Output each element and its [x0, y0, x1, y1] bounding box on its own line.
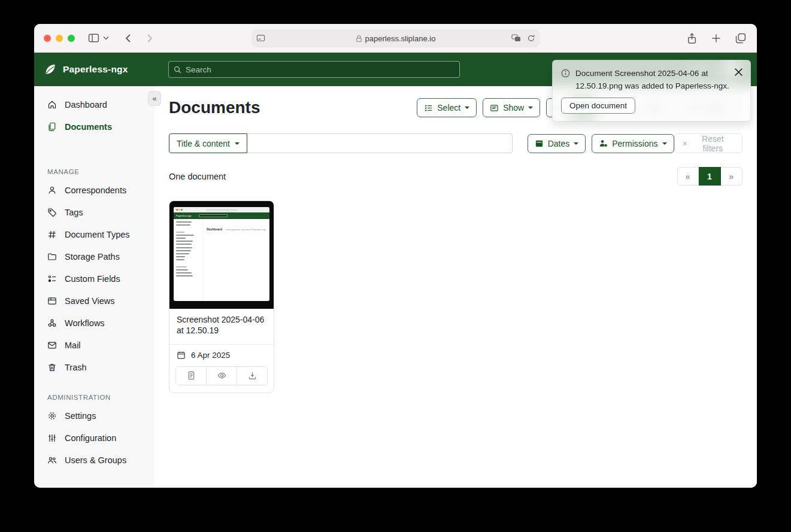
sidebar-item-mail[interactable]: Mail	[34, 334, 154, 356]
sidebar-item-label: Tags	[65, 208, 83, 217]
sidebar-item-settings[interactable]: Settings	[34, 405, 154, 427]
reader-view-icon[interactable]	[256, 34, 265, 42]
sidebar-item-label: Document Types	[65, 230, 130, 239]
mini-app-header: Paperless-ngx	[174, 212, 269, 219]
sidebar-item-correspondents[interactable]: Correspondents	[34, 179, 154, 201]
mini-dashboard-title: Dashboard	[207, 227, 222, 231]
close-window-button[interactable]	[44, 35, 51, 42]
select-label: Select	[437, 103, 460, 113]
trash-icon	[47, 363, 57, 372]
select-icon	[424, 104, 433, 113]
filter-type-dropdown-button[interactable]: Title & content	[169, 133, 247, 153]
app-brand[interactable]: Paperless-ngx	[44, 63, 128, 76]
toast-message: Document Screenshot 2025-04-06 at 12.50.…	[575, 67, 732, 92]
share-icon[interactable]	[687, 33, 697, 44]
back-button[interactable]	[125, 34, 131, 43]
page-title: Documents	[169, 98, 260, 117]
paperless-logo-icon	[44, 63, 57, 76]
sidebar-collapse-button[interactable]: «	[148, 91, 161, 106]
show-caret-icon	[528, 107, 533, 109]
sidebar-item-trash[interactable]: Trash	[34, 356, 154, 378]
gear-icon	[47, 411, 57, 421]
mini-dashboard: Dashboard hello paperless, welcome to Pa…	[202, 219, 269, 301]
sidebar-item-configuration[interactable]: Configuration	[34, 427, 154, 449]
saved-views-icon	[47, 296, 57, 306]
zoom-window-button[interactable]	[68, 35, 75, 42]
folder-icon	[47, 252, 57, 262]
sidebar-item-label: Mail	[65, 341, 81, 350]
sidebar-item-tags[interactable]: Tags	[34, 201, 154, 223]
select-dropdown-button[interactable]: Select	[417, 98, 477, 117]
sidebar-item-saved-views[interactable]: Saved Views	[34, 290, 154, 312]
forward-button[interactable]	[147, 34, 153, 43]
sidebar-toggle-icon[interactable]	[88, 33, 99, 43]
lock-icon	[356, 35, 362, 42]
dates-label: Dates	[548, 139, 570, 148]
mail-icon	[47, 341, 57, 350]
preview-document-button[interactable]	[206, 367, 237, 385]
document-thumbnail[interactable]: Paperless-ngx	[169, 201, 274, 309]
app-name: Paperless-ngx	[63, 64, 128, 75]
mini-sidebar	[174, 219, 202, 301]
global-search	[168, 61, 460, 78]
sidebar-chevron-icon[interactable]	[103, 36, 109, 40]
toast-close-icon[interactable]	[732, 66, 745, 78]
browser-window: paperless.sliplane.io	[34, 24, 757, 488]
sidebar-item-document-types[interactable]: Document Types	[34, 223, 154, 245]
person-lock-icon	[599, 139, 608, 148]
sidebar-item-workflows[interactable]: Workflows	[34, 312, 154, 334]
people-icon	[47, 455, 57, 465]
tab-overview-icon[interactable]	[735, 33, 746, 44]
address-bar[interactable]: paperless.sliplane.io	[251, 29, 540, 47]
sidebar-item-label: Settings	[65, 411, 96, 421]
sidebar-item-documents[interactable]: Documents	[34, 115, 154, 138]
sidebar-item-label: Configuration	[65, 433, 116, 443]
tag-icon	[47, 208, 57, 217]
dates-caret-icon	[574, 142, 578, 145]
permissions-dropdown-button[interactable]: Permissions	[592, 134, 674, 153]
workflows-icon	[47, 318, 57, 328]
translate-icon[interactable]	[511, 34, 521, 42]
permissions-label: Permissions	[612, 139, 657, 148]
dates-dropdown-button[interactable]: Dates	[528, 134, 586, 153]
mini-browser-toolbar	[174, 207, 269, 212]
clear-icon: ×	[683, 139, 687, 148]
sidebar-item-users-groups[interactable]: Users & Groups	[34, 449, 154, 471]
sidebar-item-label: Correspondents	[65, 186, 126, 195]
filter-type-caret-icon	[235, 142, 240, 145]
sidebar-item-label: Custom Fields	[65, 274, 120, 284]
reload-icon[interactable]	[527, 34, 535, 42]
window-controls	[44, 35, 75, 42]
global-search-input[interactable]	[186, 65, 454, 74]
reset-filters-button[interactable]: × Reset filters	[674, 133, 743, 153]
show-dropdown-button[interactable]: Show	[483, 98, 540, 117]
open-document-button[interactable]: Open document	[561, 98, 635, 114]
sidebar-item-dashboard[interactable]: Dashboard	[34, 93, 154, 115]
document-actions	[175, 366, 268, 385]
edit-document-button[interactable]	[176, 367, 206, 385]
pagination-prev-button[interactable]: «	[677, 167, 699, 186]
filter-text-input[interactable]	[247, 133, 513, 153]
url-text: paperless.sliplane.io	[365, 34, 436, 43]
new-tab-icon[interactable]	[711, 34, 721, 43]
calendar-icon	[177, 351, 186, 360]
document-title[interactable]: Screenshot 2025-04-06 at 12.50.19	[169, 309, 274, 345]
download-document-button[interactable]	[237, 367, 267, 385]
calendar-filled-icon	[535, 139, 544, 148]
sidebar-item-label: Dashboard	[65, 100, 107, 110]
sidebar-item-label: Saved Views	[65, 296, 115, 306]
sidebar-item-label: Trash	[65, 363, 87, 372]
result-count: One document	[169, 172, 226, 181]
info-icon	[561, 69, 570, 92]
show-label: Show	[503, 103, 524, 113]
person-icon	[47, 186, 57, 195]
pagination-next-button[interactable]: »	[721, 167, 742, 186]
sidebar-item-storage-paths[interactable]: Storage Paths	[34, 245, 154, 267]
sidebar-item-custom-fields[interactable]: Custom Fields	[34, 267, 154, 290]
mini-dashboard-subtitle: hello paperless, welcome to Paperless-ng…	[226, 229, 266, 231]
select-caret-icon	[465, 107, 469, 109]
minimize-window-button[interactable]	[56, 35, 63, 42]
filter-bar: Title & content Dates Permis	[169, 133, 742, 153]
home-icon	[47, 100, 57, 110]
pagination-page-1[interactable]: 1	[699, 167, 721, 186]
